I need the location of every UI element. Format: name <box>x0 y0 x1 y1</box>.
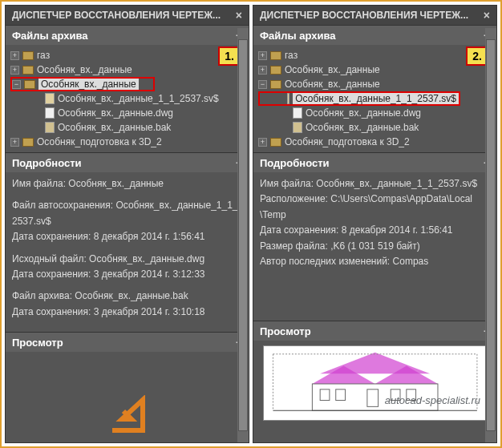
window-title: ДИСПЕТЧЕР ВОССТАНОВЛЕНИЯ ЧЕРТЕЖ... <box>12 10 221 21</box>
archive-header[interactable]: Файлы архива − <box>253 26 496 45</box>
tree-file[interactable]: Особняк_вх._данные_1_1_2537.sv$ <box>10 91 244 106</box>
tree-file-selected[interactable]: Особняк_вх._данные_1_1_2537.sv$ <box>258 91 460 106</box>
archive-tree: 2. + газ + Особняк_вх._данные − Особняк_… <box>253 45 496 152</box>
file-bak-icon <box>293 122 302 133</box>
spacer <box>281 109 289 118</box>
spacer <box>33 95 42 103</box>
svg-rect-5 <box>336 389 346 401</box>
tree-file[interactable]: Особняк_вх._данные.dwg <box>258 106 492 120</box>
file-sv-icon <box>45 93 55 104</box>
detail-line: Дата сохранения: 3 декабря 2014 г. 3:10:… <box>12 305 242 319</box>
tree-node[interactable]: − Особняк_вх._данные <box>258 77 492 91</box>
detail-line: Дата сохранения: 8 декабря 2014 г. 1:56:… <box>260 224 490 237</box>
file-label: Особняк_вх._данные_1_1_2537.sv$ <box>58 93 219 104</box>
folder-icon <box>270 80 281 89</box>
node-label: Особняк_вх._данные <box>285 79 380 90</box>
titlebar: ДИСПЕТЧЕР ВОССТАНОВЛЕНИЯ ЧЕРТЕЖ... × <box>253 6 496 25</box>
drawing-preview-icon <box>263 345 487 421</box>
archive-section: Файлы архива − 2. + газ + Особняк_вх._да… <box>253 25 496 152</box>
panel-right: ДИСПЕТЧЕР ВОССТАНОВЛЕНИЯ ЧЕРТЕЖ... × Фай… <box>253 5 497 443</box>
expand-plus-icon[interactable]: + <box>10 66 19 75</box>
detail-line: Дата сохранения: 3 декабря 2014 г. 3:12:… <box>12 268 242 281</box>
tree-file[interactable]: Особняк_вх._данные.bak <box>258 120 492 135</box>
close-icon[interactable]: × <box>484 9 490 22</box>
node-label: Особняк_вх._данные <box>38 79 139 90</box>
tree-node[interactable]: + Особняк_подготовка к 3D_2 <box>258 135 492 149</box>
tree-file[interactable]: Особняк_вх._данные.bak <box>10 120 244 135</box>
tree-node[interactable]: + газ <box>10 48 244 63</box>
scrollbar[interactable] <box>237 28 249 442</box>
window-title: ДИСПЕТЧЕР ВОССТАНОВЛЕНИЯ ЧЕРТЕЖ... <box>260 10 468 21</box>
archive-label: Файлы архива <box>12 30 88 42</box>
detail-line: Исходный файл: Особняк_вх._данные.dwg <box>12 252 242 266</box>
preview-section: Просмотр − <box>253 321 496 442</box>
close-icon[interactable]: × <box>236 9 242 22</box>
details-section: Подробности − Имя файла: Особняк_вх._дан… <box>6 152 249 332</box>
preview-header[interactable]: Просмотр − <box>253 321 496 341</box>
folder-icon <box>22 51 34 60</box>
spacer <box>33 109 42 118</box>
spacer <box>281 123 289 132</box>
expand-plus-icon[interactable]: + <box>258 138 267 147</box>
detail-line: Файл архива: Особняк_вх._данные.bak <box>12 289 242 303</box>
tree-file[interactable]: Особняк_вх._данные.dwg <box>10 106 244 120</box>
archive-header[interactable]: Файлы архива − <box>6 26 249 45</box>
preview-label: Просмотр <box>260 325 311 337</box>
node-label: Особняк_подготовка к 3D_2 <box>37 136 162 147</box>
detail-line: \Temp <box>260 208 490 222</box>
node-label: Особняк_подготовка к 3D_2 <box>285 136 410 147</box>
detail-line: Файл автосохранения: Особняк_вх._данные_… <box>12 199 242 212</box>
archive-label: Файлы архива <box>260 30 336 42</box>
expand-plus-icon[interactable]: + <box>10 138 19 147</box>
folder-icon <box>22 138 34 147</box>
scrollbar[interactable] <box>485 28 496 442</box>
expand-plus-icon[interactable]: + <box>258 51 267 60</box>
preview-body <box>6 352 249 440</box>
expand-minus-icon[interactable]: − <box>258 80 267 89</box>
scroll-thumb[interactable] <box>238 39 248 431</box>
svg-rect-6 <box>367 389 379 407</box>
tree-node[interactable]: + Особняк_вх._данные <box>258 63 492 77</box>
file-label: Особняк_вх._данные_1_1_2537.sv$ <box>293 93 459 104</box>
preview-header[interactable]: Просмотр − <box>6 333 249 352</box>
detail-line: Автор последних изменений: Compas <box>260 255 490 268</box>
node-label: Особняк_вх._данные <box>37 64 132 75</box>
node-label: газ <box>285 50 298 61</box>
detail-line: Размер файла: ,K6 (1 031 519 байт) <box>260 240 490 253</box>
file-label: Особняк_вх._данные.bak <box>306 122 419 133</box>
file-label: Особняк_вх._данные.dwg <box>306 107 421 119</box>
detail-line: Имя файла: Особняк_вх._данные <box>12 177 242 191</box>
expand-plus-icon[interactable]: + <box>258 66 267 75</box>
spacer <box>282 95 284 103</box>
node-label: газ <box>37 50 50 61</box>
details-header[interactable]: Подробности − <box>6 153 249 172</box>
scroll-thumb[interactable] <box>486 39 496 431</box>
panel-left: ДИСПЕТЧЕР ВОССТАНОВЛЕНИЯ ЧЕРТЕЖ... × Фай… <box>5 5 249 443</box>
details-body: Имя файла: Особняк_вх._данные_1_1_2537.s… <box>253 172 496 321</box>
tree-node[interactable]: + Особняк_подготовка к 3D_2 <box>10 135 244 149</box>
preview-section: Просмотр − <box>6 332 249 442</box>
folder-icon <box>270 66 281 75</box>
folder-icon <box>270 138 281 147</box>
node-label: Особняк_вх._данные <box>285 64 380 75</box>
titlebar: ДИСПЕТЧЕР ВОССТАНОВЛЕНИЯ ЧЕРТЕЖ... × <box>6 6 249 25</box>
details-header[interactable]: Подробности − <box>253 153 496 172</box>
folder-icon <box>22 66 34 75</box>
spacer <box>33 123 42 132</box>
details-section: Подробности − Имя файла: Особняк_вх._дан… <box>253 152 496 321</box>
file-dwg-icon <box>293 107 302 119</box>
tree-node-selected[interactable]: − Особняк_вх._данные <box>10 77 155 91</box>
file-dwg-icon <box>45 107 55 119</box>
expand-plus-icon[interactable]: + <box>10 51 19 60</box>
detail-line: Дата сохранения: 8 декабря 2014 г. 1:56:… <box>12 230 242 244</box>
detail-line: Расположение: C:\Users\Compas\AppData\Lo… <box>260 192 490 206</box>
details-label: Подробности <box>12 157 82 169</box>
file-sv-icon <box>287 93 290 104</box>
tree-node[interactable]: + газ <box>258 48 492 63</box>
preview-label: Просмотр <box>12 337 63 349</box>
expand-minus-icon[interactable]: − <box>12 80 21 89</box>
file-bak-icon <box>45 122 55 133</box>
details-label: Подробности <box>260 157 330 169</box>
detail-line: Имя файла: Особняк_вх._данные_1_1_2537.s… <box>260 177 490 191</box>
tree-node[interactable]: + Особняк_вх._данные <box>10 63 244 77</box>
